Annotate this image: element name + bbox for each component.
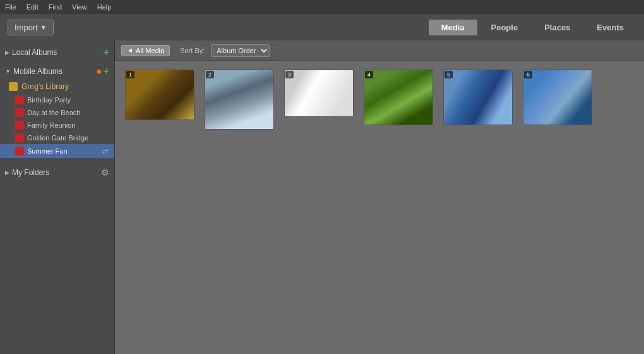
- sidebar-item-beach[interactable]: Day at the Beach: [0, 106, 114, 119]
- mobile-albums-triangle: ▼: [5, 68, 11, 75]
- all-media-button[interactable]: ◄ All Media: [121, 45, 170, 56]
- sidebar-item-birthday[interactable]: Birthday Party: [0, 94, 114, 106]
- photo-number-3: 3: [285, 71, 294, 78]
- sort-by-label: Sort By:: [180, 47, 205, 54]
- photo-image-3: [284, 70, 354, 117]
- photo-thumb-4[interactable]: 4: [364, 70, 433, 130]
- sidebar: ▶ Local Albums + ▼ Mobile Albums ● +: [0, 40, 115, 354]
- local-albums-section: ▶ Local Albums +: [0, 43, 114, 62]
- my-folders-gear-icon[interactable]: ⚙: [101, 168, 109, 178]
- summer-sync-icon: ⇌: [102, 146, 109, 156]
- content-area: ◄ All Media Sort By: Album Order Date Na…: [115, 40, 644, 354]
- photo-number-4: 4: [365, 71, 373, 78]
- photo-thumb-3[interactable]: 3: [284, 70, 354, 130]
- sidebar-item-golden[interactable]: Golden Gate Bridge: [0, 131, 114, 144]
- reunion-album-icon: [15, 121, 24, 130]
- import-arrow: ▼: [40, 24, 47, 31]
- import-button[interactable]: Import ▼: [8, 20, 54, 35]
- beach-album-icon: [15, 108, 24, 117]
- photo-thumb-5[interactable]: 5: [443, 70, 513, 130]
- menu-file[interactable]: File: [5, 3, 16, 11]
- library-icon: [9, 82, 18, 91]
- golden-label: Golden Gate Bridge: [27, 134, 88, 142]
- birthday-label: Birthday Party: [27, 96, 71, 104]
- photo-number-1: 1: [126, 71, 134, 78]
- my-folders-label: My Folders: [12, 168, 49, 177]
- my-folders-triangle: ▶: [5, 169, 9, 176]
- photo-thumb-1[interactable]: 1: [125, 70, 194, 130]
- summer-album-icon: [15, 147, 24, 156]
- my-folders-header[interactable]: ▶ My Folders ⚙: [0, 164, 114, 181]
- birthday-album-icon: [15, 95, 24, 104]
- tab-events[interactable]: Events: [584, 20, 636, 35]
- sidebar-item-reunion[interactable]: Family Reunion: [0, 119, 114, 131]
- mobile-albums-section: ▼ Mobile Albums ● + Greg's Library Birth…: [0, 62, 114, 159]
- sidebar-item-summer[interactable]: Summer Fun ⇌: [0, 144, 114, 158]
- menu-find[interactable]: Find: [49, 3, 62, 11]
- photo-thumb-2[interactable]: 2: [205, 70, 274, 130]
- menubar: File Edit Find View Help: [0, 0, 644, 14]
- photo-thumb-6[interactable]: 6: [523, 70, 592, 130]
- photo-image-2: [205, 70, 274, 130]
- mobile-albums-header[interactable]: ▼ Mobile Albums ● +: [0, 63, 114, 80]
- mobile-albums-label: Mobile Albums: [13, 67, 63, 76]
- my-folders-section: ▶ My Folders ⚙: [0, 164, 114, 181]
- tab-places[interactable]: Places: [532, 20, 583, 35]
- mobile-albums-add-icon[interactable]: +: [104, 66, 109, 76]
- photo-number-2: 2: [206, 71, 214, 78]
- photo-image-6: [523, 70, 592, 125]
- back-arrow-icon: ◄: [127, 47, 133, 54]
- summer-label: Summer Fun: [27, 147, 68, 155]
- local-albums-header[interactable]: ▶ Local Albums +: [0, 44, 114, 61]
- library-label: Greg's Library: [21, 82, 69, 91]
- reunion-label: Family Reunion: [27, 121, 75, 129]
- golden-album-icon: [15, 133, 24, 142]
- tab-people[interactable]: People: [479, 20, 531, 35]
- menu-help[interactable]: Help: [97, 3, 112, 11]
- menu-view[interactable]: View: [72, 3, 87, 11]
- main-area: ▶ Local Albums + ▼ Mobile Albums ● +: [0, 40, 644, 354]
- local-albums-add-icon[interactable]: +: [104, 47, 109, 58]
- toolbar: Import ▼ Media People Places Events: [0, 14, 644, 40]
- photo-number-5: 5: [444, 71, 453, 78]
- photo-image-4: [364, 70, 433, 125]
- gregs-library[interactable]: Greg's Library: [0, 80, 114, 94]
- photo-grid: 1 2 3 4 5 6: [115, 61, 644, 138]
- tab-media[interactable]: Media: [429, 20, 477, 35]
- local-albums-label: Local Albums: [12, 48, 57, 57]
- sort-select[interactable]: Album Order Date Name Rating: [211, 44, 270, 57]
- filter-bar: ◄ All Media Sort By: Album Order Date Na…: [115, 40, 644, 61]
- menu-edit[interactable]: Edit: [27, 3, 39, 11]
- mobile-albums-sync-icon[interactable]: ●: [96, 66, 102, 76]
- beach-label: Day at the Beach: [27, 109, 80, 116]
- photo-image-5: [443, 70, 513, 125]
- photo-image-1: [125, 70, 194, 120]
- local-albums-triangle: ▶: [5, 49, 9, 56]
- photo-number-6: 6: [524, 71, 532, 78]
- tab-group: Media People Places Events: [429, 20, 636, 35]
- all-media-label: All Media: [136, 47, 164, 54]
- import-label: Import: [15, 23, 38, 32]
